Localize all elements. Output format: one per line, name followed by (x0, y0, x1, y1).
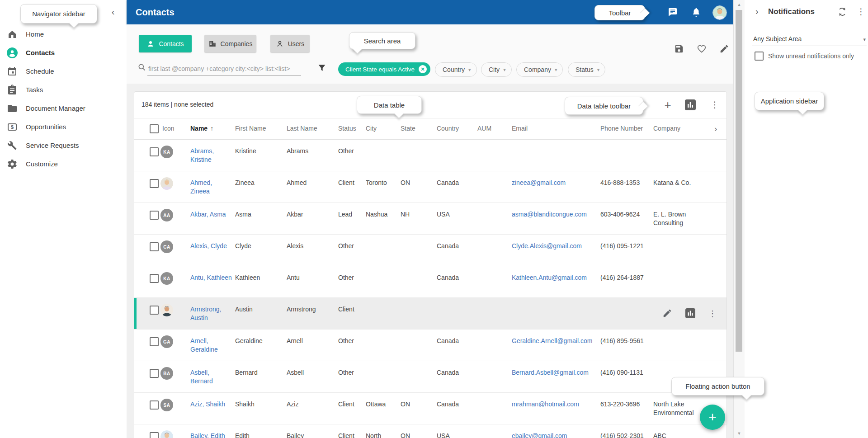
sidebar-item-opportunities[interactable]: $Opportunities (0, 118, 127, 136)
sidebar-item-home[interactable]: Home (0, 25, 127, 43)
row-checkbox[interactable] (150, 242, 159, 251)
column-header-email[interactable]: Email (512, 125, 528, 132)
column-header-icon[interactable]: Icon (162, 125, 174, 132)
row-menu-kebab-icon[interactable]: ⋮ (708, 308, 715, 318)
tab-users[interactable]: Users (270, 35, 310, 52)
cell-email[interactable]: Bernard.Asbell@gmail.com (512, 368, 598, 377)
favorite-heart-icon[interactable] (697, 44, 707, 54)
column-header-last-name[interactable]: Last Name (287, 125, 317, 132)
table-row[interactable]: Bailey, EdithEdithBaileyClientNorth York… (134, 424, 726, 438)
cell-company: Katana & Co. (653, 179, 712, 187)
table-row[interactable]: Armstrong, AustinAustinArmstrongClient⋮ (134, 298, 726, 330)
filter-dropdown-status[interactable]: Status▾ (568, 62, 605, 77)
add-record-icon[interactable]: + (662, 99, 673, 110)
tab-contacts[interactable]: Contacts (139, 35, 192, 52)
contact-name-link[interactable]: Alexis, Clyde (190, 242, 232, 250)
sidebar-collapse-icon[interactable]: ‹ (108, 6, 118, 17)
contact-name-link[interactable]: Abrams, Kristine (190, 147, 232, 164)
select-all-checkbox[interactable] (150, 124, 159, 133)
page-scrollbar[interactable]: ▲ ▼ (733, 0, 745, 438)
row-checkbox[interactable] (150, 274, 159, 283)
sidebar-item-document-manager[interactable]: Document Manager (0, 99, 127, 118)
notifications-bell-icon[interactable] (691, 7, 702, 18)
edit-pencil-icon[interactable] (662, 308, 672, 318)
scrollbar-down-icon[interactable]: ▼ (734, 431, 745, 436)
chevron-down-icon: ▾ (468, 67, 471, 73)
scrollbar-up-icon[interactable]: ▲ (734, 2, 745, 7)
column-header-status[interactable]: Status (338, 125, 356, 132)
refresh-icon[interactable] (837, 7, 847, 17)
chart-view-icon[interactable] (685, 308, 695, 318)
column-header-city[interactable]: City (366, 125, 377, 132)
row-checkbox[interactable] (150, 432, 159, 438)
cell-state: ON (401, 432, 427, 438)
table-menu-kebab-icon[interactable]: ⋮ (709, 99, 720, 110)
column-header-state[interactable]: State (401, 125, 415, 132)
contact-name-link[interactable]: Asbell, Bernard (190, 368, 232, 386)
search-input[interactable] (147, 62, 301, 76)
user-avatar[interactable] (712, 5, 727, 20)
contact-name-link[interactable]: Akbar, Asma (190, 210, 232, 219)
cell-email[interactable]: asma@blanditcongue.com (512, 210, 598, 219)
table-row[interactable]: Ahmed, ZineeaZineeaAhmedClientTorontoONC… (134, 171, 726, 203)
sidebar-item-schedule[interactable]: Schedule (0, 62, 127, 80)
row-checkbox[interactable] (150, 147, 159, 156)
table-row[interactable]: KAAbrams, KristineKristineAbramsOther (134, 140, 726, 171)
table-row[interactable]: CAAlexis, ClydeClydeAlexisOtherCanadaCly… (134, 235, 726, 266)
sidebar-item-tasks[interactable]: Tasks (0, 80, 127, 99)
table-row[interactable]: BAAsbell, BernardBernardAsbellOtherCanad… (134, 361, 726, 393)
cell-country: Canada (437, 179, 473, 187)
cell-email[interactable]: mrahman@hotmail.com (512, 400, 598, 409)
table-row[interactable]: KAAntu, KathleenKathleenAntuOtherCanadaK… (134, 266, 726, 298)
cell-email[interactable]: Geraldine.Arnell@gmail.com (512, 337, 598, 345)
contact-name-link[interactable]: Ahmed, Zineea (190, 179, 232, 196)
sidebar-item-service-requests[interactable]: Service Requests (0, 136, 127, 155)
column-header-first-name[interactable]: First Name (235, 125, 266, 132)
cell-email[interactable]: Clyde.Alexis@gmail.com (512, 242, 598, 250)
cell-email[interactable]: Kathleen.Antu@gmail.com (512, 273, 598, 282)
column-header-name[interactable]: Name↑ (190, 125, 213, 132)
scrollbar-thumb[interactable] (736, 10, 742, 352)
filter-dropdown-country[interactable]: Country▾ (435, 62, 477, 77)
cell-email[interactable]: zineea@gmail.com (512, 179, 598, 187)
row-checkbox[interactable] (150, 369, 159, 378)
row-checkbox[interactable] (150, 211, 159, 220)
contact-name-link[interactable]: Arnell, Geraldine (190, 337, 232, 354)
chart-view-icon[interactable] (685, 99, 696, 110)
row-checkbox[interactable] (150, 337, 159, 346)
column-header-aum[interactable]: AUM (477, 125, 491, 132)
cell-email[interactable]: ebailey@gmail.com (512, 432, 598, 438)
floating-action-button[interactable]: + (700, 405, 725, 430)
contact-name-link[interactable]: Armstrong, Austin (190, 305, 232, 322)
contact-name-link[interactable]: Antu, Kathleen (190, 273, 232, 282)
tab-companies[interactable]: Companies (204, 35, 256, 52)
edit-pencil-icon[interactable] (719, 44, 729, 54)
table-columns-scroll-right[interactable]: › (714, 124, 717, 134)
sidebar-menu-kebab-icon[interactable]: ⋮ (857, 6, 865, 17)
filter-dropdown-city[interactable]: City▾ (481, 62, 512, 77)
subject-area-select[interactable]: Any Subject Area ▾ (752, 34, 867, 46)
unread-only-checkbox[interactable] (755, 52, 764, 61)
row-checkbox[interactable] (150, 400, 159, 410)
table-row[interactable]: GAArnell, GeraldineGeraldineArnellOtherC… (134, 330, 726, 361)
row-checkbox[interactable] (150, 179, 159, 188)
user-outline-icon (276, 40, 284, 48)
filter-funnel-icon[interactable] (317, 63, 326, 72)
sidebar-item-contacts[interactable]: Contacts (0, 43, 127, 62)
table-row[interactable]: SAAziz, ShaikhShaikhAzizClientOttawaONCa… (134, 393, 726, 424)
sidebar-item-customize[interactable]: Customize (0, 155, 127, 173)
column-header-country[interactable]: Country (437, 125, 459, 132)
contact-name-link[interactable]: Bailey, Edith (190, 432, 232, 438)
row-checkbox[interactable] (150, 306, 159, 315)
column-header-phone-number[interactable]: Phone Number (600, 125, 643, 132)
save-icon[interactable] (674, 44, 684, 54)
avatar: KA (160, 272, 173, 285)
contact-name-link[interactable]: Aziz, Shaikh (190, 400, 232, 409)
chip-remove-icon[interactable]: ✕ (419, 65, 427, 73)
active-filter-chip[interactable]: Client State equals Active ✕ (338, 62, 430, 76)
sidebar-expand-icon[interactable]: › (755, 6, 759, 17)
column-header-company[interactable]: Company (653, 125, 680, 132)
table-row[interactable]: AAAkbar, AsmaAsmaAkbarLeadNashuaNHUSAasm… (134, 203, 726, 235)
filter-dropdown-company[interactable]: Company▾ (516, 62, 563, 77)
chat-icon[interactable] (667, 7, 678, 18)
